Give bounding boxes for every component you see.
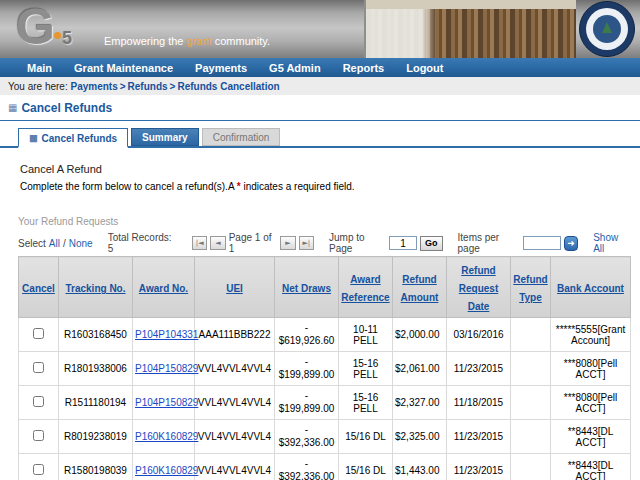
column-header-refund-amount[interactable]: Refund Amount [401, 274, 439, 303]
award-no-link[interactable]: P104P150829 [135, 397, 198, 408]
award-reference-cell: 10-11 PELL [339, 318, 393, 352]
select-none-link[interactable]: None [69, 238, 93, 249]
uei-cell: VVL4VVL4VVL4 [195, 420, 275, 454]
page-title-grid-icon: ▦ [8, 103, 17, 113]
go-button[interactable]: Go [420, 236, 443, 251]
tab-confirmation: Confirmation [202, 128, 281, 146]
uei-cell: VVL4VVL4VVL4 [195, 454, 275, 480]
cancel-checkbox[interactable] [33, 464, 44, 475]
bank-account-cell: ***8080[Pell ACCT] [551, 386, 631, 420]
refund-request-date-cell: 11/18/2015 [447, 386, 511, 420]
refund-request-date-cell: 11/23/2015 [447, 420, 511, 454]
column-header-cancel[interactable]: Cancel [22, 283, 55, 294]
tab-bar: ▦ Cancel Refunds Summary Confirmation [0, 128, 640, 148]
tracking-no-cell: R8019238019 [59, 420, 133, 454]
tracking-no-cell: R1801938006 [59, 352, 133, 386]
column-header-award-reference[interactable]: Award Reference [341, 274, 389, 303]
uei-cell: AAA111BBB222 [195, 318, 275, 352]
column-header-award-no[interactable]: Award No. [139, 283, 188, 294]
nav-item-grant-maintenance[interactable]: Grant Maintenance [63, 62, 184, 74]
award-no-link[interactable]: P160K160829 [135, 465, 198, 476]
nav-item-logout[interactable]: Logout [395, 62, 454, 74]
cancel-checkbox[interactable] [33, 362, 44, 373]
items-per-page-input[interactable] [523, 236, 561, 250]
bank-account-cell: **8443[DL ACCT] [551, 454, 631, 480]
next-page-button[interactable]: ► [280, 236, 295, 250]
table-row: R1511180194 P104P150829 VVL4VVL4VVL4 - $… [19, 386, 631, 420]
table-row: R8019238019 P160K160829 VVL4VVL4VVL4 - $… [19, 420, 631, 454]
page-title-row: ▦ Cancel Refunds [0, 95, 640, 120]
nav-item-payments[interactable]: Payments [184, 62, 258, 74]
refund-request-date-cell: 11/23/2015 [447, 352, 511, 386]
tab-grid-icon: ▦ [29, 134, 38, 143]
table-row: R1801938006 P104P150829 VVL4VVL4VVL4 - $… [19, 352, 631, 386]
select-all-link[interactable]: All [49, 238, 60, 249]
section-heading: Cancel A Refund [20, 163, 640, 175]
cancel-checkbox[interactable] [33, 328, 44, 339]
refund-type-cell [511, 420, 551, 454]
tab-cancel-refunds[interactable]: ▦ Cancel Refunds [18, 128, 128, 148]
refund-requests-table: Cancel Tracking No. Award No. UEI Net Dr… [18, 256, 631, 480]
breadcrumb-separator: > [118, 81, 128, 92]
column-header-refund-request-date[interactable]: Refund Request Date [459, 265, 498, 312]
award-reference-cell: 15-16 PELL [339, 386, 393, 420]
breadcrumb-link-refunds[interactable]: Refunds [128, 81, 168, 92]
column-header-bank-account[interactable]: Bank Account [557, 283, 624, 294]
breadcrumb: You are here: Payments>Refunds>Refunds C… [0, 77, 640, 95]
cancel-checkbox[interactable] [33, 396, 44, 407]
nav-item-reports[interactable]: Reports [332, 62, 396, 74]
logo-letter-g: G [16, 0, 52, 55]
seal-ring [586, 8, 628, 50]
uei-cell: VVL4VVL4VVL4 [195, 352, 275, 386]
award-no-link[interactable]: P160K160829 [135, 431, 198, 442]
award-no-link[interactable]: P104P150829 [135, 363, 198, 374]
department-of-education-seal-icon [579, 1, 635, 57]
select-label: Select [18, 238, 46, 249]
column-header-refund-type[interactable]: Refund Type [513, 274, 547, 303]
table-row: R1580198039 P160K160829 VVL4VVL4VVL4 - $… [19, 454, 631, 480]
refund-amount-cell: $2,000.00 [393, 318, 447, 352]
items-per-page-go-icon[interactable]: ➜ [564, 236, 578, 251]
last-page-button[interactable]: ►| [299, 236, 314, 250]
nav-item-main[interactable]: Main [16, 62, 63, 74]
first-page-button[interactable]: |◄ [192, 236, 207, 250]
g5-logo: G5 [16, 0, 72, 56]
tracking-no-cell: R1580198039 [59, 454, 133, 480]
nav-item-g5-admin[interactable]: G5 Admin [258, 62, 332, 74]
tab-label: Cancel Refunds [42, 133, 118, 144]
main-nav: Main Grant Maintenance Payments G5 Admin… [0, 58, 640, 77]
refund-type-cell [511, 386, 551, 420]
show-all-link[interactable]: Show All [593, 232, 630, 254]
prev-page-button[interactable]: ◄ [210, 236, 225, 250]
award-no-link[interactable]: P104P104331 [135, 329, 198, 340]
tab-summary[interactable]: Summary [131, 128, 199, 146]
column-header-net-draws[interactable]: Net Draws [282, 283, 331, 294]
items-per-page-label: Items per page [458, 232, 521, 254]
refund-type-cell [511, 352, 551, 386]
tab-label: Summary [142, 132, 188, 143]
column-header-uei[interactable]: UEI [226, 283, 243, 294]
net-draws-cell: - $392,336.00 [275, 454, 339, 480]
table-header-row: Cancel Tracking No. Award No. UEI Net Dr… [19, 257, 631, 318]
cancel-checkbox[interactable] [33, 430, 44, 441]
tracking-no-cell: R1511180194 [59, 386, 133, 420]
breadcrumb-separator: > [168, 81, 178, 92]
header-banner: G5 Empowering the grant community. [0, 0, 640, 58]
net-draws-cell: - $199,899.00 [275, 386, 339, 420]
logo-orange-dot-icon [54, 32, 61, 39]
page-indicator: Page 1 of 1 [229, 232, 278, 254]
refund-requests-heading: Your Refund Requests [18, 216, 640, 227]
net-draws-cell: - $392,336.00 [275, 420, 339, 454]
seal-center [593, 15, 621, 43]
jump-to-page-input[interactable] [389, 236, 417, 250]
logo-number-5: 5 [62, 28, 72, 48]
breadcrumb-link-payments[interactable]: Payments [70, 81, 117, 92]
tab-label: Confirmation [213, 132, 270, 143]
column-header-tracking-no[interactable]: Tracking No. [65, 283, 125, 294]
refund-request-date-cell: 11/23/2015 [447, 454, 511, 480]
breadcrumb-link-refunds-cancellation[interactable]: Refunds Cancellation [177, 81, 279, 92]
refund-type-cell [511, 454, 551, 480]
refund-amount-cell: $1,443.00 [393, 454, 447, 480]
page-title: Cancel Refunds [21, 101, 112, 115]
tracking-no-cell: R1603168450 [59, 318, 133, 352]
